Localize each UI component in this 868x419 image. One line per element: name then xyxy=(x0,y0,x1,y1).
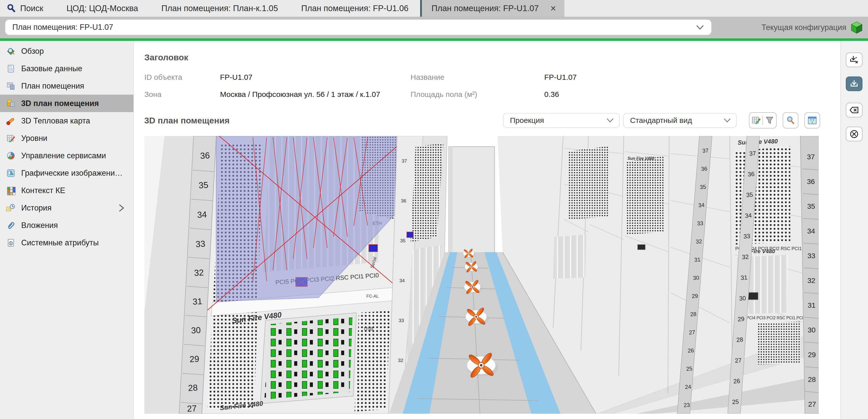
projection-select[interactable]: Проекция xyxy=(503,113,620,128)
sidebar-item-overview[interactable]: Обзор xyxy=(0,42,133,60)
field-label-name: Название xyxy=(410,73,544,82)
tab-bar: Поиск ЦОД: ЦОД-Москва План помещения: Пл… xyxy=(0,0,868,17)
tab-search[interactable]: Поиск xyxy=(0,0,55,17)
download-button[interactable] xyxy=(846,77,863,91)
tab-dc-moscow[interactable]: ЦОД: ЦОД-Москва xyxy=(55,0,150,17)
sidebar-item-label: Уровни xyxy=(21,134,48,143)
rail-number: 27 xyxy=(808,400,816,408)
rail-number: 33 xyxy=(399,318,404,323)
rail-number: 37 xyxy=(702,147,709,154)
rail-number: 27 xyxy=(689,329,695,336)
sidebar-item-basic-data[interactable]: Базовые данные xyxy=(0,60,133,77)
right-toolbar xyxy=(840,41,868,419)
view-select[interactable]: Стандартный вид xyxy=(623,113,737,128)
rail-number: 23 xyxy=(684,401,690,409)
edit-table-button[interactable] xyxy=(749,116,763,125)
sidebar-item-label: Базовые данные xyxy=(21,64,82,73)
rail-number: 24 xyxy=(685,383,691,390)
chevron-down-icon xyxy=(606,118,614,123)
3d-scene[interactable]: PCI5 PCI4 PCI3 PCI2 RSC PCI1 PCI0 ETH Se… xyxy=(144,136,818,414)
rail-number: 35 xyxy=(400,238,405,243)
rail-number: 28 xyxy=(736,336,743,343)
backspace-icon xyxy=(849,105,859,115)
tab-floorplan-k105[interactable]: План помещения: План-к.1.05 xyxy=(150,0,289,17)
magnifier-icon xyxy=(786,116,795,125)
sidebar-item-label: Контекст КЕ xyxy=(21,186,65,195)
sidebar-item-service-management[interactable]: Управление сервисами xyxy=(0,147,133,164)
rail-number: 33 xyxy=(195,239,206,249)
table-pencil-icon xyxy=(751,116,761,125)
rail-number: 25 xyxy=(732,398,739,406)
floor-plan-3d-icon xyxy=(6,99,16,108)
rail-number: 33 xyxy=(743,233,750,240)
accent-line xyxy=(0,38,868,41)
tab-close-icon[interactable]: × xyxy=(550,3,556,13)
section-title: 3D план помещения xyxy=(144,116,503,125)
rack-model-label: Sun Fire V480 xyxy=(627,156,654,160)
rail-number: 34 xyxy=(698,202,705,209)
sidebar-item-attachments[interactable]: Вложения xyxy=(0,216,133,234)
page-title: Заголовок xyxy=(144,53,840,62)
rail-number: 28 xyxy=(808,376,816,383)
sidebar-item-system-attributes[interactable]: Системные атрибуты xyxy=(0,234,133,251)
rail-number: 34 xyxy=(745,212,752,219)
rail-number: 31 xyxy=(808,301,815,309)
rail-number: 29 xyxy=(692,293,698,299)
sidebar-item-label: История xyxy=(21,204,52,212)
download-x-icon xyxy=(849,55,859,65)
sidebar-item-levels[interactable]: Уровни xyxy=(0,129,133,147)
overview-icon xyxy=(6,47,16,56)
field-value-zone: Москва / Профсоюзная ул. 56 / 1 этаж / к… xyxy=(220,90,410,99)
rail-number: 25 xyxy=(686,365,693,372)
tab-floorplan-fpu106[interactable]: План помещения: FP-U1.06 xyxy=(290,0,420,17)
history-icon xyxy=(6,203,16,213)
floor-plan-selector-value: План помещения: FP-U1.07 xyxy=(12,23,113,32)
content-panel: Заголовок ID объекта FP-U1.07 Название F… xyxy=(134,41,840,419)
tab-label: План помещения: FP-U1.06 xyxy=(301,3,408,13)
configuration-status-label: Текущая конфигурация xyxy=(762,23,846,32)
sidebar-item-label: Обзор xyxy=(21,47,44,56)
rail-number: 27 xyxy=(187,403,197,414)
context-grid-icon xyxy=(6,186,16,196)
rail-number: 37 xyxy=(807,153,815,161)
sidebar-item-ci-context[interactable]: Контекст КЕ xyxy=(0,182,133,199)
sidebar-item-history[interactable]: История xyxy=(0,199,133,216)
rail-number: 31 xyxy=(192,296,203,306)
paperclip-icon xyxy=(6,220,16,230)
close-view-button[interactable] xyxy=(846,127,863,141)
zoom-button[interactable] xyxy=(783,112,798,128)
levels-icon xyxy=(6,133,16,143)
rail-number: 27 xyxy=(735,357,742,364)
rail-number: 34 xyxy=(399,278,405,283)
3d-viewport[interactable]: PCI5 PCI4 PCI3 PCI2 RSC PCI1 PCI0 ETH Se… xyxy=(144,136,818,414)
rail-number: 32 xyxy=(696,238,702,245)
fit-view-button[interactable] xyxy=(804,112,820,128)
sidebar-item-label: Управление сервисами xyxy=(21,151,106,160)
rail-number: 30 xyxy=(808,326,815,334)
rail-number: 36 xyxy=(401,198,406,204)
rail-number: 36 xyxy=(701,165,708,172)
rail-number: 35 xyxy=(198,180,209,190)
configuration-status: Текущая конфигурация xyxy=(762,17,863,38)
rail-number: 30 xyxy=(191,325,201,335)
field-label-zone: Зона xyxy=(144,90,220,99)
sidebar-item-graphic-images[interactable]: Графические изображени… xyxy=(0,164,133,182)
sidebar: Обзор Базовые данные План помещения xyxy=(0,41,134,419)
sidebar-item-floor-plan[interactable]: План помещения xyxy=(0,77,133,95)
field-label-object-id: ID объекта xyxy=(144,73,220,82)
search-icon xyxy=(6,3,16,13)
sidebar-item-3d-heatmap[interactable]: 3D Тепловая карта xyxy=(0,112,133,129)
clear-button[interactable] xyxy=(846,103,863,117)
header-fields: ID объекта FP-U1.07 Название FP-U1.07 Зо… xyxy=(144,73,840,99)
rail-number: 34 xyxy=(197,210,207,219)
rail-number: 29 xyxy=(737,315,745,323)
floor-plan-selector[interactable]: План помещения: FP-U1.07 xyxy=(5,20,712,35)
filter-button[interactable] xyxy=(763,116,776,125)
sidebar-item-label: 3D Тепловая карта xyxy=(21,116,90,125)
download-cancel-button[interactable] xyxy=(846,53,863,67)
tab-floorplan-fpu107[interactable]: План помещения: FP-U1.07 × xyxy=(420,0,564,17)
chevron-right-icon xyxy=(117,204,125,212)
download-icon xyxy=(849,79,859,89)
field-value-object-id: FP-U1.07 xyxy=(220,73,410,82)
sidebar-item-3d-floor-plan[interactable]: 3D план помещения xyxy=(0,95,133,112)
